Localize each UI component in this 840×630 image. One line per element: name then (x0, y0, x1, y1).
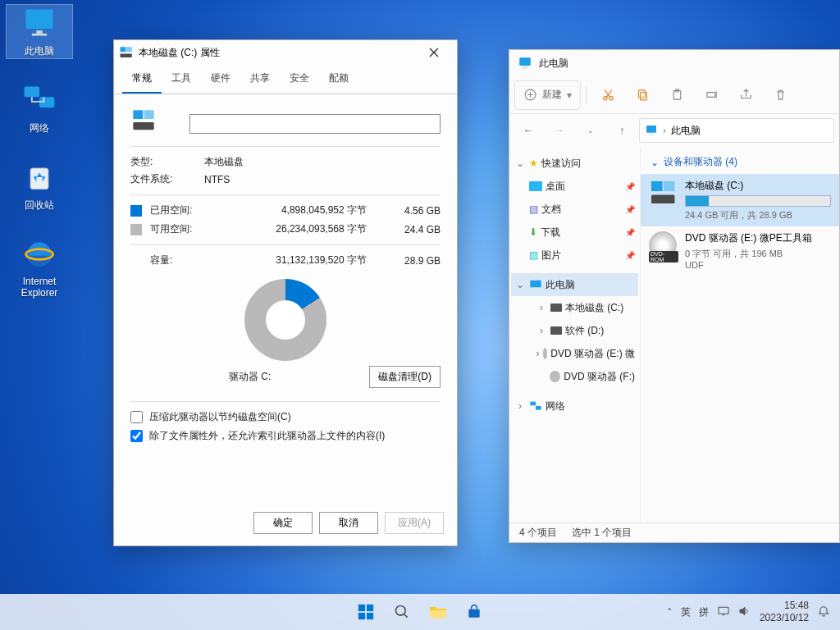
free-label: 可用空间: (150, 222, 216, 236)
drive-icon (130, 109, 160, 135)
capacity-label: 容量: (150, 253, 216, 267)
tab-general[interactable]: 常规 (122, 65, 162, 94)
nav-forward-button[interactable]: → (546, 118, 573, 143)
this-pc-icon (518, 56, 532, 71)
svg-point-37 (396, 606, 406, 616)
dialog-titlebar[interactable]: 本地磁盘 (C:) 属性 (114, 40, 457, 65)
tab-hardware[interactable]: 硬件 (201, 65, 240, 94)
drive-name: 本地磁盘 (C:) (685, 179, 831, 193)
svg-rect-1 (36, 30, 42, 34)
used-label: 已用空间: (150, 203, 216, 217)
svg-rect-3 (25, 87, 39, 98)
tree-documents[interactable]: ▤文档📌 (511, 198, 638, 221)
ok-button[interactable]: 确定 (253, 512, 313, 534)
desktop-icon-ie[interactable]: Internet Explorer (7, 236, 72, 299)
svg-rect-33 (358, 605, 365, 611)
svg-rect-26 (649, 135, 655, 135)
free-bytes: 26,234,093,568 字节 (216, 222, 383, 236)
cancel-button[interactable]: 取消 (319, 512, 378, 534)
taskbar-clock[interactable]: 15:48 2023/10/12 (760, 600, 809, 624)
share-button[interactable] (729, 80, 762, 110)
group-devices-drives[interactable]: ⌄设备和驱动器 (4) (641, 150, 839, 174)
status-item-count: 4 个项目 (519, 526, 557, 540)
svg-rect-12 (144, 110, 154, 119)
taskbar-explorer[interactable] (422, 596, 454, 628)
close-button[interactable] (416, 41, 452, 64)
svg-rect-9 (126, 47, 132, 52)
tree-downloads[interactable]: ⬇下载📌 (511, 221, 638, 244)
search-button[interactable] (386, 596, 418, 628)
free-gb: 24.4 GB (383, 224, 441, 235)
used-swatch (130, 205, 142, 217)
address-bar[interactable]: › 此电脑 (639, 118, 834, 143)
index-checkbox-row[interactable]: 除了文件属性外，还允许索引此驱动器上文件的内容(I) (130, 429, 441, 443)
svg-rect-35 (358, 613, 365, 619)
this-pc-icon (645, 124, 658, 137)
index-checkbox[interactable] (130, 430, 143, 442)
network-icon[interactable] (717, 605, 730, 619)
desktop-icon-label: 回收站 (7, 199, 72, 212)
tree-drive-d[interactable]: ›软件 (D:) (511, 319, 638, 342)
desktop-icon-recycle[interactable]: 回收站 (7, 159, 72, 212)
nav-recent-button[interactable]: ⌄ (577, 118, 605, 143)
svg-rect-16 (522, 67, 528, 68)
tab-strip: 常规 工具 硬件 共享 安全 配额 (114, 65, 457, 94)
compress-checkbox-row[interactable]: 压缩此驱动器以节约磁盘空间(C) (130, 410, 441, 424)
drive-name-input[interactable] (189, 114, 441, 134)
delete-button[interactable] (764, 80, 797, 110)
drive-item-c[interactable]: 本地磁盘 (C:) 24.4 GB 可用，共 28.9 GB (641, 174, 839, 226)
nav-back-button[interactable]: ← (514, 118, 542, 143)
tree-this-pc[interactable]: ⌄此电脑 (511, 273, 638, 296)
capacity-bytes: 31,132,139,520 字节 (216, 253, 383, 267)
desktop-icon-label: Internet Explorer (7, 276, 72, 299)
copy-button[interactable] (626, 80, 659, 110)
ime-indicator[interactable]: 英 (681, 605, 691, 619)
svg-rect-24 (706, 93, 714, 98)
taskbar-store[interactable] (458, 596, 491, 628)
disk-cleanup-button[interactable]: 磁盘清理(D) (369, 366, 441, 388)
apply-button[interactable]: 应用(A) (385, 512, 444, 534)
nav-up-button[interactable]: ↑ (608, 118, 636, 143)
tray-chevron-icon[interactable]: ˄ (667, 606, 673, 619)
tab-tools[interactable]: 工具 (162, 65, 201, 94)
cut-button[interactable] (591, 80, 624, 110)
desktop-icon-label: 网络 (7, 121, 72, 135)
tree-desktop[interactable]: 桌面📌 (511, 175, 638, 198)
svg-rect-8 (121, 47, 126, 52)
notifications-icon[interactable] (817, 605, 830, 620)
volume-icon[interactable] (738, 605, 751, 619)
svg-rect-21 (638, 90, 645, 98)
svg-rect-11 (133, 110, 143, 119)
tree-drive-f[interactable]: DVD 驱动器 (F:) (511, 365, 638, 388)
desktop-icon-network[interactable]: 网络 (7, 82, 72, 135)
paste-button[interactable] (660, 80, 693, 110)
tab-quota[interactable]: 配额 (319, 65, 358, 94)
desktop-icon-this-pc[interactable]: 此电脑 (7, 5, 72, 58)
ime-mode[interactable]: 拼 (699, 605, 709, 619)
drive-item-e[interactable]: DVD-ROM DVD 驱动器 (E:) 微PE工具箱 0 字节 可用，共 19… (641, 226, 839, 275)
dialog-title: 本地磁盘 (C:) 属性 (139, 46, 220, 60)
drive-icon (649, 179, 678, 208)
tree-drive-c[interactable]: ›本地磁盘 (C:) (511, 296, 638, 319)
tab-sharing[interactable]: 共享 (240, 65, 280, 94)
tree-drive-e[interactable]: ›DVD 驱动器 (E:) 微 (511, 342, 638, 365)
compress-checkbox[interactable] (130, 411, 143, 423)
taskbar: ˄ 英 拼 15:48 2023/10/12 (0, 594, 840, 630)
new-button[interactable]: 新建▾ (514, 80, 581, 110)
explorer-title: 此电脑 (539, 57, 568, 71)
tree-pictures[interactable]: ▨图片📌 (511, 244, 638, 267)
drive-fs: UDF (685, 260, 831, 270)
rename-button[interactable] (695, 80, 728, 110)
used-gb: 4.56 GB (383, 205, 441, 217)
svg-rect-34 (367, 605, 373, 611)
drive-usage-bar (685, 195, 831, 207)
tab-security[interactable]: 安全 (280, 65, 319, 94)
svg-rect-0 (26, 10, 53, 30)
dvd-icon: DVD-ROM (649, 231, 678, 261)
status-selection: 选中 1 个项目 (572, 526, 632, 540)
start-button[interactable] (349, 596, 382, 628)
explorer-titlebar[interactable]: 此电脑 (509, 50, 839, 76)
tree-network[interactable]: ›网络 (511, 395, 638, 418)
svg-rect-14 (519, 57, 531, 66)
tree-quick-access[interactable]: ⌄★快速访问 (511, 152, 638, 175)
